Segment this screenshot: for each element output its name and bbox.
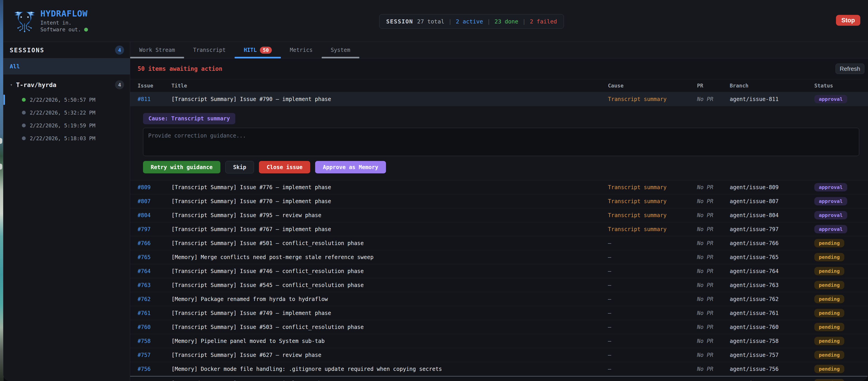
tab-underline xyxy=(130,57,184,58)
table-row[interactable]: #758[Memory] Pipeline panel moved to Sys… xyxy=(130,334,868,348)
issue-link[interactable]: #764 xyxy=(137,268,172,274)
status-cell: pending xyxy=(814,337,864,345)
session-done-count: 23 done xyxy=(494,18,518,25)
retry-with-guidance-button[interactable]: Retry with guidance xyxy=(143,161,220,173)
table-row[interactable]: #765[Memory] Merge conflicts need post-m… xyxy=(130,250,868,264)
issue-link[interactable]: #797 xyxy=(137,226,172,232)
tagline: Intent in. Software out. xyxy=(40,20,88,33)
status-cell: pending xyxy=(814,323,864,331)
main-content: Work StreamTranscriptHITL50MetricsSystem… xyxy=(130,42,868,381)
tab-underline xyxy=(235,57,281,58)
issue-link[interactable]: #809 xyxy=(137,184,172,191)
row-cause: Transcript summary xyxy=(608,212,697,218)
row-pr: No PR xyxy=(697,212,730,218)
issue-link[interactable]: #765 xyxy=(137,254,172,260)
sidebar-group-repo[interactable]: ▾ T-rav/hyrda 4 xyxy=(3,76,130,93)
row-cause: — xyxy=(608,254,697,260)
row-cause: — xyxy=(608,366,697,372)
skip-button[interactable]: Skip xyxy=(225,161,254,173)
session-status-dot xyxy=(22,136,26,140)
issue-link[interactable]: #756 xyxy=(137,366,172,372)
row-title: [Transcript Summary] Issue #790 — implem… xyxy=(172,96,608,102)
status-cell: pending xyxy=(814,309,864,317)
issue-link[interactable]: #766 xyxy=(137,240,172,246)
issue-link[interactable]: #757 xyxy=(137,352,172,358)
app-window: HYDRAFLOW Intent in. Software out. SESSI… xyxy=(3,0,868,381)
status-cell: pending xyxy=(814,267,864,275)
session-item[interactable]: 2/22/2026, 5:50:57 PM xyxy=(3,93,130,106)
issue-link[interactable]: #760 xyxy=(137,324,172,330)
approve-as-memory-button[interactable]: Approve as Memory xyxy=(315,161,386,173)
table-row[interactable]: #764[Transcript Summary] Issue #746 — co… xyxy=(130,264,868,278)
issue-link[interactable]: #761 xyxy=(137,310,172,316)
status-cell: pending xyxy=(814,379,864,381)
row-cause: — xyxy=(608,324,697,330)
sessions-count-badge: 4 xyxy=(115,45,124,55)
status-cell: approval xyxy=(814,197,864,205)
row-pr: No PR xyxy=(697,254,730,260)
table-row[interactable]: #757[Transcript Summary] Issue #627 — re… xyxy=(130,348,868,362)
row-branch: agent/issue-797 xyxy=(730,226,814,232)
table-row[interactable]: #766[Transcript Summary] Issue #501 — co… xyxy=(130,236,868,250)
session-item[interactable]: 2/22/2026, 5:32:22 PM xyxy=(3,106,130,119)
table-row[interactable]: #807[Transcript Summary] Issue #770 — im… xyxy=(130,194,868,208)
table-body: #811[Transcript Summary] Issue #790 — im… xyxy=(130,92,868,381)
session-item[interactable]: 2/22/2026, 5:18:03 PM xyxy=(3,132,130,145)
row-pr: No PR xyxy=(697,184,730,191)
status-badge: pending xyxy=(814,323,844,331)
issue-link[interactable]: #762 xyxy=(137,296,172,302)
row-title: [Transcript Summary] Issue #545 — confli… xyxy=(172,282,608,288)
issue-link[interactable]: #811 xyxy=(137,96,172,102)
stop-button[interactable]: Stop xyxy=(836,15,860,26)
row-branch: agent/issue-762 xyxy=(730,296,814,302)
session-label: SESSION xyxy=(386,18,413,25)
issue-link[interactable]: #804 xyxy=(137,212,172,218)
row-pr: No PR xyxy=(697,324,730,330)
table-row[interactable]: #811[Transcript Summary] Issue #790 — im… xyxy=(130,92,868,106)
status-badge: approval xyxy=(814,197,847,205)
tab-count-badge: 50 xyxy=(260,47,272,54)
table-row[interactable]: #756[Memory] Docker mode file handling: … xyxy=(130,362,868,376)
status-cell: pending xyxy=(814,351,864,359)
table-row[interactable]: #761[Transcript Summary] Issue #749 — im… xyxy=(130,306,868,320)
table-row[interactable]: #762[Memory] Package renamed from hyrda … xyxy=(130,292,868,306)
table-header-row: Issue Title Cause PR Branch Status xyxy=(130,79,868,92)
row-title: [Transcript Summary] Issue #746 — confli… xyxy=(172,268,608,274)
row-cause: — xyxy=(608,310,697,316)
status-badge: approval xyxy=(814,211,847,219)
table-row[interactable]: #804[Transcript Summary] Issue #795 — re… xyxy=(130,208,868,222)
close-issue-button[interactable]: Close issue xyxy=(259,161,310,173)
table-row[interactable]: #809[Transcript Summary] Issue #776 — im… xyxy=(130,180,868,194)
status-cell: pending xyxy=(814,281,864,289)
table-row[interactable]: #763[Transcript Summary] Issue #545 — co… xyxy=(130,278,868,292)
issue-link[interactable]: #755 xyxy=(137,380,172,381)
separator: | xyxy=(487,18,490,25)
tab-label: System xyxy=(331,47,350,53)
session-item[interactable]: 2/22/2026, 5:19:59 PM xyxy=(3,119,130,132)
row-branch: agent/issue-758 xyxy=(730,338,814,344)
sidebar-item-all[interactable]: All xyxy=(3,58,130,74)
table-row[interactable]: #755[Transcript Summary] Issue #745 — im… xyxy=(130,376,868,381)
guidance-textarea[interactable] xyxy=(143,128,859,156)
table-row[interactable]: #797[Transcript Summary] Issue #767 — im… xyxy=(130,222,868,236)
row-title: [Memory] Docker mode file handling: .git… xyxy=(172,366,608,372)
tab-metrics[interactable]: Metrics xyxy=(281,42,322,58)
row-branch: agent/issue-811 xyxy=(730,96,814,102)
repo-group-name: T-rav/hyrda xyxy=(16,82,112,88)
row-branch: agent/issue-765 xyxy=(730,254,814,260)
tab-system[interactable]: System xyxy=(322,42,359,58)
tab-transcript[interactable]: Transcript xyxy=(184,42,235,58)
tab-label: Work Stream xyxy=(139,47,175,53)
refresh-button[interactable]: Refresh xyxy=(836,64,864,74)
app-title: HYDRAFLOW xyxy=(40,9,88,19)
row-pr: No PR xyxy=(697,198,730,204)
session-total: 27 total xyxy=(417,18,444,25)
issue-link[interactable]: #763 xyxy=(137,282,172,288)
chevron-down-icon[interactable]: ▾ xyxy=(10,83,12,87)
issue-link[interactable]: #807 xyxy=(137,198,172,204)
tab-work-stream[interactable]: Work Stream xyxy=(130,42,184,58)
issue-link[interactable]: #758 xyxy=(137,338,172,344)
status-badge: pending xyxy=(814,351,844,359)
table-row[interactable]: #760[Transcript Summary] Issue #503 — co… xyxy=(130,320,868,334)
tab-hitl[interactable]: HITL50 xyxy=(235,42,281,58)
